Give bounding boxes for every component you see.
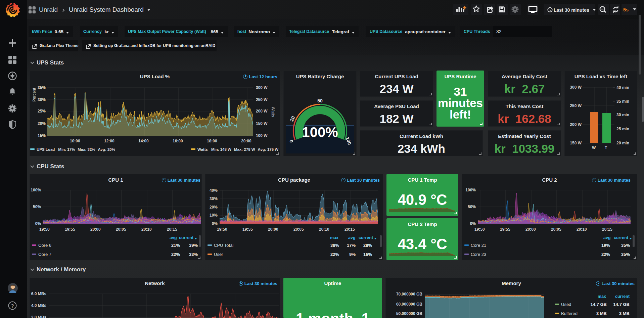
svg-text:50: 50 (317, 98, 323, 103)
svg-text:?: ? (11, 303, 14, 309)
